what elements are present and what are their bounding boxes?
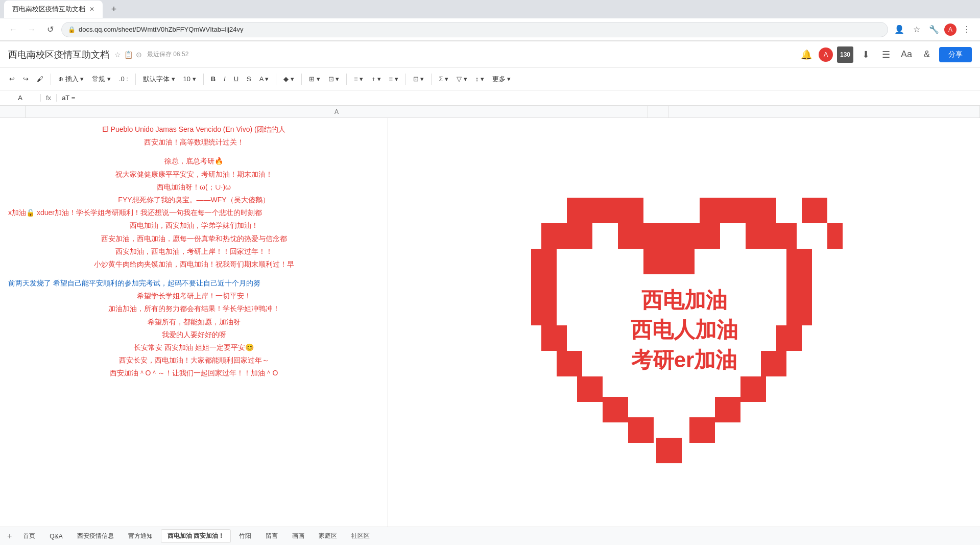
svg-rect-20 [531,300,557,325]
freeze-button[interactable]: ⊡ ▾ [410,73,427,85]
msg-14: 希望学长学姐考研上岸！一切平安！ [8,290,379,302]
doc-title: 西电南校区疫情互助文档 [8,49,109,61]
msg-16: 希望所有，都能如愿，加油呀 [8,316,379,328]
filter-button[interactable]: ▽ ▾ [453,73,470,85]
bold-button[interactable]: B [208,73,219,85]
svg-rect-32 [656,438,682,463]
align-h-button[interactable]: ≡ ▾ [351,73,366,85]
col-header-a[interactable]: A [26,106,648,117]
share-button[interactable]: 分享 [939,47,972,62]
underline-button[interactable]: U [231,73,242,85]
fx-label: fx [41,94,57,102]
heart-container: 西电加油 西电人加油 考研er加油 [526,187,843,473]
tab-message[interactable]: 留言 [259,530,284,542]
svg-rect-0 [567,198,592,223]
msg-0: El Pueblo Unido Jamas Sera Vencido (En V… [8,123,379,136]
wrap-button[interactable]: ≡ ▾ [386,73,401,85]
svg-rect-7 [567,223,592,249]
cell-ref: A [0,94,41,102]
export-icon[interactable]: ⬇ [857,46,874,63]
tab-official[interactable]: 官方通知 [122,530,159,542]
border-button[interactable]: ⊞ ▾ [306,73,323,85]
separator-7 [405,74,406,85]
heart-text-2: 考研er加油 [631,345,738,375]
active-tab[interactable]: 西电南校区疫情互助文档 ✕ [4,1,103,18]
extension-icon[interactable]: 🔧 [927,22,941,37]
tab-zhuyang[interactable]: 竹阳 [233,530,257,542]
msg-gap-1 [8,149,379,155]
svg-rect-9 [643,223,669,249]
separator-6 [346,74,347,85]
svg-rect-10 [669,223,695,249]
heart-text-overlay: 西电加油 西电人加油 考研er加油 [631,285,738,375]
url-text: docs.qq.com/sheet/DWmttV0hZbFFYQmWVItab=… [79,26,244,33]
svg-rect-24 [557,351,582,376]
menu-dots-icon[interactable]: ☰ [878,46,894,63]
italic-button[interactable]: I [221,73,229,85]
align-v-button[interactable]: + ▾ [368,73,384,85]
col-header-b[interactable] [648,106,668,117]
svg-rect-22 [541,325,567,351]
add-sheet-button[interactable]: + [4,532,15,541]
merge-button[interactable]: ⊡ ▾ [325,73,343,85]
font-color-button[interactable]: A ▾ [256,73,272,85]
bell-icon[interactable]: 🔔 [798,46,815,63]
svg-rect-23 [776,325,802,351]
tab-home[interactable]: 首页 [17,530,41,542]
svg-rect-4 [725,198,751,223]
insert-button[interactable]: ⊕ 插入 ▾ [55,73,87,86]
clock-icon[interactable]: ⊙ [136,51,142,59]
strikethrough-button[interactable]: S [244,73,254,85]
decimal-button[interactable]: .0 : [116,73,131,85]
tab-xidian-cheer[interactable]: 西电加油 西安加油！ [161,529,231,543]
nav-right: 👤 ☆ 🔧 A ⋮ [892,22,974,37]
undo-button[interactable]: ↩ [6,73,18,85]
formula-button[interactable]: Σ ▾ [436,73,451,85]
paint-format-button[interactable]: 🖌 [34,73,46,85]
tab-xi-an-info[interactable]: 西安疫情信息 [71,530,120,542]
tab-qa[interactable]: Q&A [43,531,68,542]
avatar2-icon[interactable]: A [819,48,833,62]
sort-button[interactable]: ↕ ▾ [472,73,487,85]
right-panel: 西电加油 西电人加油 考研er加油 [388,118,980,542]
separator-3 [203,74,204,85]
redo-button[interactable]: ↪ [20,73,32,85]
avatar-icon[interactable]: A [944,23,957,36]
tab-draw[interactable]: 画画 [286,530,310,542]
fill-color-button[interactable]: ◆ ▾ [280,73,297,85]
svg-rect-15 [643,249,669,274]
menu-icon[interactable]: ⋮ [960,22,974,37]
pen-icon[interactable]: & [919,46,935,63]
heart-text-0: 西电加油 [631,285,738,315]
more-button[interactable]: 更多 ▾ [489,73,514,86]
spreadsheet-container: El Pueblo Unido Jamas Sera Vencido (En V… [0,118,980,542]
font-button[interactable]: 默认字体 ▾ [140,73,178,86]
separator-8 [431,74,432,85]
star-icon[interactable]: ☆ [114,51,121,59]
new-tab-button[interactable]: + [107,2,121,16]
msg-7: x加油🔒 xduer加油！学长学姐考研顺利！我还想说一句我在每一个悲壮的时刻都 [8,206,379,219]
forward-button[interactable]: → [25,22,39,37]
svg-rect-34 [827,223,843,249]
heart-text-1: 西电人加油 [631,315,738,345]
bookmark-icon[interactable]: ☆ [910,22,924,37]
top-right-tools: 🔔 A 130 ⬇ ☰ Aa & 分享 [798,46,972,63]
format-toolbar: ↩ ↪ 🖌 ⊕ 插入 ▾ 常规 ▾ .0 : 默认字体 ▾ 10 ▾ B I U… [0,68,980,90]
copy-icon[interactable]: 📋 [124,51,133,59]
account-icon[interactable]: 👤 [892,22,906,37]
refresh-button[interactable]: ↺ [43,22,57,37]
msg-15: 加油加油，所有的努力都会有结果！学长学姐冲鸭冲！ [8,302,379,315]
svg-rect-30 [628,417,654,443]
back-button[interactable]: ← [6,22,20,37]
tab-family[interactable]: 家庭区 [313,530,343,542]
tab-community[interactable]: 社区区 [345,530,376,542]
tab-close-icon[interactable]: ✕ [89,6,94,13]
col-header-c[interactable] [668,106,980,117]
msg-8: 西电加油，西安加油，学弟学妹们加油！ [8,219,379,232]
address-bar[interactable]: 🔒 docs.qq.com/sheet/DWmttV0hZbFFYQmWVIta… [61,22,888,37]
svg-rect-27 [740,376,766,402]
fontsize-icon[interactable]: Aa [898,46,915,63]
msg-10: 西安加油，西电加油，考研上岸！！回家过年！！ [8,245,379,258]
format-type-button[interactable]: 常规 ▾ [89,73,114,86]
fontsize-button[interactable]: 10 ▾ [180,73,199,85]
